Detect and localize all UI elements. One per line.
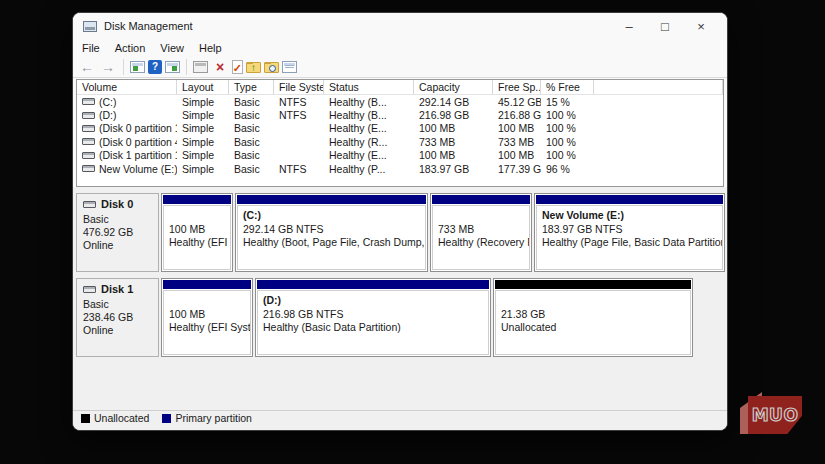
partitions: 100 MBHealthy (EFI Sy(C:)292.14 GB NTFSH… — [161, 193, 725, 272]
partition-status: Healthy (Basic Data Partition) — [263, 321, 486, 335]
maximize-button[interactable]: □ — [647, 14, 683, 38]
back-icon[interactable]: ← — [78, 58, 96, 75]
muo-logo: MUO — [748, 396, 802, 434]
popup-window-icon[interactable] — [193, 61, 208, 73]
properties-icon[interactable] — [282, 61, 297, 73]
partition-info: 21.38 GBUnallocated — [495, 290, 691, 355]
cell-volume: (D:) — [77, 109, 177, 121]
column-header-5[interactable]: Capacity — [414, 80, 493, 94]
partition-info: (D:)216.98 GB NTFSHealthy (Basic Data Pa… — [257, 290, 489, 355]
partition-size: 292.14 GB NTFS — [243, 223, 423, 237]
volume-icon — [82, 125, 95, 132]
partition-0-0[interactable]: 100 MBHealthy (EFI Sy — [161, 193, 233, 272]
forward-icon[interactable]: → — [99, 58, 117, 75]
primary-partition-band — [257, 280, 489, 289]
minimize-button[interactable]: – — [611, 14, 647, 38]
table-row[interactable]: (Disk 0 partition 1)SimpleBasicHealthy (… — [77, 122, 723, 135]
partition-label: New Volume (E:) — [542, 209, 720, 223]
cell-layout: Simple — [177, 163, 229, 175]
cell--free: 100 % — [541, 109, 594, 121]
toolbar: ←→?× — [73, 56, 727, 78]
table-row[interactable]: (C:)SimpleBasicNTFSHealthy (B...292.14 G… — [77, 95, 723, 108]
partition-status: Healthy (EFI Sy — [169, 236, 228, 250]
cell-free-sp-: 177.39 GB — [493, 163, 541, 175]
table-row[interactable]: (D:)SimpleBasicNTFSHealthy (B...216.98 G… — [77, 108, 723, 121]
partition-size: 100 MB — [169, 308, 248, 322]
cell-type: Basic — [229, 109, 274, 121]
disk-label-0[interactable]: Disk 0Basic476.92 GBOnline — [76, 193, 159, 272]
cell-capacity: 216.98 GB — [414, 109, 493, 121]
cell--free: 15 % — [541, 96, 594, 108]
partition-0-2[interactable]: 733 MBHealthy (Recovery Par — [430, 193, 532, 272]
volume-name: (Disk 0 partition 1) — [99, 122, 177, 134]
partition-size: 100 MB — [169, 223, 228, 237]
partition-label: (C:) — [243, 209, 423, 223]
menu-help[interactable]: Help — [199, 42, 222, 54]
disk-icon — [83, 201, 96, 208]
folder-up-icon[interactable] — [246, 62, 261, 73]
partition-size: 216.98 GB NTFS — [263, 308, 486, 322]
toolbar-separator — [123, 59, 124, 75]
help-icon[interactable]: ? — [148, 60, 162, 74]
cell-free-sp-: 733 MB — [493, 136, 541, 148]
menu-bar: FileActionViewHelp — [73, 39, 727, 56]
column-header-filler — [594, 80, 723, 94]
partition-1-0[interactable]: 100 MBHealthy (EFI System — [161, 278, 253, 357]
column-header-6[interactable]: Free Sp... — [493, 80, 541, 94]
window-title: Disk Management — [104, 20, 193, 32]
menu-action[interactable]: Action — [115, 42, 146, 54]
primary-partition-band — [163, 195, 231, 204]
volume-name: (Disk 1 partition 1) — [99, 149, 177, 161]
column-header-3[interactable]: File System — [274, 80, 324, 94]
column-header-4[interactable]: Status — [324, 80, 414, 94]
disk-name-row: Disk 1 — [83, 283, 158, 296]
folder-search-icon[interactable] — [264, 62, 279, 73]
delete-volume-icon[interactable]: × — [211, 58, 229, 75]
cell-volume: (C:) — [77, 96, 177, 108]
cell-type: Basic — [229, 149, 274, 161]
column-header-1[interactable]: Layout — [177, 80, 229, 94]
table-row[interactable]: New Volume (E:)SimpleBasicNTFSHealthy (P… — [77, 162, 723, 175]
column-header-7[interactable]: % Free — [541, 80, 594, 94]
disk-label-1[interactable]: Disk 1Basic238.46 GBOnline — [76, 278, 159, 357]
volume-name: New Volume (E:) — [99, 163, 177, 175]
disk-name: Disk 0 — [101, 198, 133, 211]
partition-label — [169, 294, 248, 308]
cell-layout: Simple — [177, 96, 229, 108]
disk-size: 476.92 GB — [83, 226, 158, 239]
menu-file[interactable]: File — [82, 42, 100, 54]
legend-label: Primary partition — [175, 412, 251, 424]
column-header-2[interactable]: Type — [229, 80, 274, 94]
primary-partition-band — [536, 195, 723, 204]
close-button[interactable]: × — [683, 14, 719, 38]
menu-view[interactable]: View — [160, 42, 184, 54]
graphical-view: Disk 0Basic476.92 GBOnline100 MBHealthy … — [73, 187, 727, 410]
table-row[interactable]: (Disk 1 partition 1)SimpleBasicHealthy (… — [77, 149, 723, 162]
console-tree-icon[interactable] — [130, 61, 145, 73]
task-check-icon[interactable] — [232, 60, 243, 74]
disk-type: Basic — [83, 213, 158, 226]
cell-capacity: 292.14 GB — [414, 96, 493, 108]
partition-status: Healthy (Boot, Page File, Crash Dump, Ba… — [243, 236, 423, 250]
cell--free: 100 % — [541, 149, 594, 161]
title-bar[interactable]: Disk Management –□× — [73, 13, 727, 39]
disk-row-1: Disk 1Basic238.46 GBOnline100 MBHealthy … — [76, 278, 724, 357]
volume-list[interactable]: VolumeLayoutTypeFile SystemStatusCapacit… — [76, 79, 724, 187]
cell-free-sp-: 45.12 GB — [493, 96, 541, 108]
partition-info: (C:)292.14 GB NTFSHealthy (Boot, Page Fi… — [237, 205, 426, 270]
column-header-0[interactable]: Volume — [77, 80, 177, 94]
partition-label — [169, 209, 228, 223]
partition-0-1[interactable]: (C:)292.14 GB NTFSHealthy (Boot, Page Fi… — [235, 193, 428, 272]
muo-logo-text: MUO — [752, 405, 799, 425]
volume-name: (D:) — [99, 109, 117, 121]
cell-capacity: 733 MB — [414, 136, 493, 148]
partition-0-3[interactable]: New Volume (E:)183.97 GB NTFSHealthy (Pa… — [534, 193, 725, 272]
action-pane-icon[interactable] — [165, 61, 180, 73]
disk-size: 238.46 GB — [83, 311, 158, 324]
cell-type: Basic — [229, 136, 274, 148]
partition-1-1[interactable]: (D:)216.98 GB NTFSHealthy (Basic Data Pa… — [255, 278, 491, 357]
partition-size: 21.38 GB — [501, 308, 688, 322]
partition-1-2[interactable]: 21.38 GBUnallocated — [493, 278, 693, 357]
table-row[interactable]: (Disk 0 partition 4)SimpleBasicHealthy (… — [77, 135, 723, 148]
cell-file-system: NTFS — [274, 96, 324, 108]
